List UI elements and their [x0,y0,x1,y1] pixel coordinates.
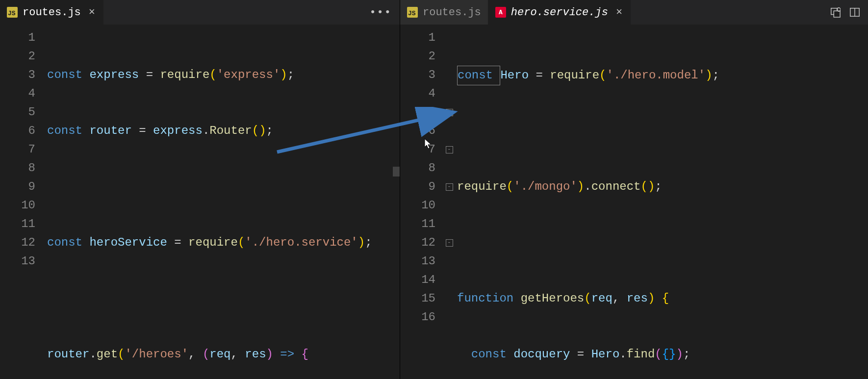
fold-icon[interactable]: - [446,109,453,116]
code-line: const Hero = require('./hero.model'); [457,66,868,84]
split-editor-icon[interactable] [849,7,860,18]
js-file-icon: JS [7,7,18,18]
fold-icon[interactable]: - [446,146,453,153]
close-icon[interactable]: × [88,6,96,19]
tab-hero-service-js[interactable]: A hero.service.js × [488,0,631,25]
tab-label: hero.service.js [511,6,608,19]
js-file-icon: JS [407,7,418,18]
close-icon[interactable]: × [615,6,623,19]
tab-actions: ••• [361,0,400,25]
left-editor[interactable]: 12 34 56 78 910 1112 13 const express = … [0,25,400,379]
code-line: const router = express.Router(); [47,122,400,140]
code-line: function getHeroes(req, res) { [457,289,868,308]
fold-gutter: - - - - [444,25,454,379]
angular-file-icon: A [495,7,506,18]
right-editor-pane: JS routes.js A hero.service.js × [400,0,868,379]
svg-rect-1 [834,11,840,17]
editor-group: JS routes.js × ••• 12 34 56 78 910 1112 … [0,0,868,379]
tab-routes-js-right[interactable]: JS routes.js [400,0,488,25]
right-code[interactable]: const Hero = require('./hero.model'); re… [454,25,868,379]
code-line: require('./mongo').connect(); [457,177,868,196]
minimap[interactable] [390,25,400,379]
left-gutter: 12 34 56 78 910 1112 13 [0,25,44,379]
tab-label: routes.js [423,6,481,19]
right-editor[interactable]: 12 34 56 78 910 1112 1314 1516 - - - - [400,25,868,379]
tab-label: routes.js [23,6,81,19]
tab-routes-js[interactable]: JS routes.js × [0,0,103,25]
left-code[interactable]: const express = require('express'); cons… [44,25,400,379]
code-line: const heroService = require('./hero.serv… [47,233,400,252]
tab-actions-right [822,0,868,25]
code-line: router.get('/heroes', (req, res) => { [47,345,400,364]
code-line: const docquery = Hero.find({}); [457,345,868,364]
right-gutter: 12 34 56 78 910 1112 1314 1516 [400,25,444,379]
left-editor-pane: JS routes.js × ••• 12 34 56 78 910 1112 … [0,0,400,379]
left-tabbar: JS routes.js × ••• [0,0,400,25]
more-actions-icon[interactable]: ••• [369,6,392,19]
right-tabbar: JS routes.js A hero.service.js × [400,0,868,25]
fold-icon[interactable]: - [446,239,453,247]
fold-icon[interactable]: - [446,183,453,191]
compare-changes-icon[interactable] [830,7,841,18]
code-line: const express = require('express'); [47,66,400,84]
